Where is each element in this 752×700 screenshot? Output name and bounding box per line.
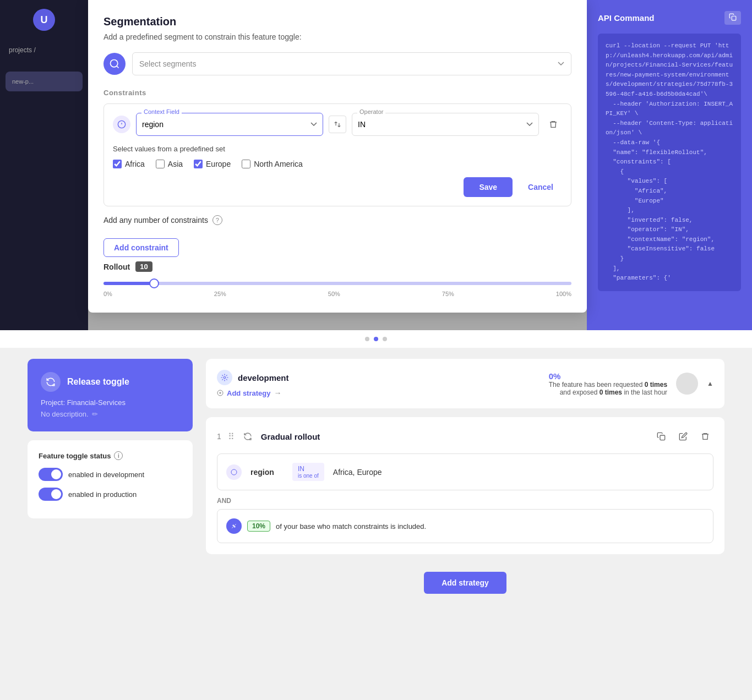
constraint-operator-box: IN is one of bbox=[292, 463, 324, 481]
toggle-card-header: Release toggle bbox=[41, 372, 179, 392]
constraints-label: Constraints bbox=[103, 89, 571, 97]
env-stats-text: The feature has been requested 0 times a… bbox=[549, 381, 667, 396]
constraint-display-icon bbox=[226, 464, 242, 480]
strategy-name: Gradual rollout bbox=[261, 432, 646, 441]
strategy-header: 1 ⠿ Gradual rollout bbox=[217, 428, 713, 445]
api-code: curl --location --request PUT 'http://un… bbox=[598, 34, 741, 291]
checkbox-africa[interactable]: Africa bbox=[113, 160, 145, 168]
invert-button[interactable] bbox=[329, 116, 346, 133]
env-name-row: development bbox=[217, 370, 289, 385]
constraint-fields-row: Context Field region Operator IN bbox=[113, 113, 562, 136]
env-icon bbox=[217, 370, 232, 385]
and-label: AND bbox=[217, 497, 713, 505]
status-development-row: enabled in development bbox=[39, 468, 182, 481]
add-constraint-label: Add any number of constraints bbox=[103, 216, 208, 225]
api-panel: API Command curl --location --request PU… bbox=[587, 0, 752, 330]
page-bottom: Release toggle Project: Financial-Servic… bbox=[0, 348, 752, 614]
checkbox-north-america[interactable]: North America bbox=[242, 160, 303, 168]
app-logo[interactable]: U bbox=[33, 9, 55, 31]
percentage-badge: 10% bbox=[247, 521, 270, 532]
rollout-slider[interactable] bbox=[103, 282, 571, 285]
breadcrumb[interactable]: projects / bbox=[4, 44, 84, 56]
dot-3[interactable] bbox=[383, 337, 387, 341]
dot-2[interactable] bbox=[374, 337, 378, 341]
help-icon[interactable]: ? bbox=[212, 215, 222, 225]
constraint-type-icon bbox=[113, 116, 130, 133]
api-panel-header: API Command bbox=[598, 11, 741, 25]
checkbox-europe[interactable]: Europe bbox=[194, 160, 231, 168]
strategy-card: 1 ⠿ Gradual rollout bbox=[206, 417, 724, 554]
segmentation-modal: Segmentation Add a predefined segment to… bbox=[88, 0, 587, 313]
copy-api-button[interactable] bbox=[724, 11, 741, 25]
delete-constraint-button[interactable] bbox=[544, 116, 562, 133]
status-production-row: enabled in production bbox=[39, 488, 182, 501]
add-strategy-link[interactable]: Add strategy → bbox=[217, 389, 289, 397]
edit-description-icon[interactable]: ✏ bbox=[92, 410, 98, 418]
toggle-project: Project: Financial-Services bbox=[41, 398, 179, 407]
percentage-text: of your base who match constraints is in… bbox=[276, 522, 426, 531]
rollout-slider-container bbox=[103, 277, 571, 287]
left-panel: Release toggle Project: Financial-Servic… bbox=[28, 359, 193, 518]
status-info-icon[interactable]: i bbox=[114, 451, 123, 460]
delete-strategy-button[interactable] bbox=[697, 428, 713, 445]
drag-handle-icon[interactable]: ⠿ bbox=[228, 431, 235, 442]
constraint-values: Africa, Europe bbox=[333, 468, 382, 477]
sidebar: U projects / new-p... bbox=[0, 0, 88, 330]
modal-title: Segmentation bbox=[103, 15, 571, 28]
env-header: development Add strategy → 0% bbox=[217, 370, 713, 397]
rollout-marks: 0% 25% 50% 75% 100% bbox=[103, 291, 571, 297]
strategy-type-icon bbox=[241, 430, 254, 443]
constraint-field-name: region bbox=[250, 468, 284, 477]
segment-selector-row: Select segments bbox=[103, 52, 571, 75]
save-button[interactable]: Save bbox=[464, 177, 513, 197]
release-toggle-icon bbox=[41, 372, 61, 392]
svg-rect-5 bbox=[660, 435, 665, 440]
modal-subtitle: Add a predefined segment to constrain th… bbox=[103, 32, 571, 41]
svg-point-6 bbox=[231, 469, 237, 475]
copy-strategy-button[interactable] bbox=[653, 428, 669, 445]
constraint-editor: Context Field region Operator IN bbox=[103, 103, 571, 206]
toggle-desc: No description. ✏ bbox=[41, 410, 179, 418]
env-rollout-indicator bbox=[676, 373, 698, 395]
development-toggle[interactable] bbox=[39, 468, 63, 481]
cancel-button[interactable]: Cancel bbox=[519, 177, 562, 197]
context-field-wrapper: Context Field region bbox=[136, 113, 323, 136]
api-panel-title: API Command bbox=[598, 13, 655, 23]
status-card-title: Feature toggle status i bbox=[39, 451, 182, 460]
env-percentage: 0% bbox=[549, 371, 667, 381]
env-name: development bbox=[238, 373, 289, 382]
edit-strategy-button[interactable] bbox=[675, 428, 691, 445]
checkbox-group: Africa Asia Europe North America bbox=[113, 160, 562, 168]
add-strategy-bottom: Add strategy bbox=[206, 563, 724, 603]
bottom-content: Release toggle Project: Financial-Servic… bbox=[0, 348, 752, 614]
add-strategy-bottom-button[interactable]: Add strategy bbox=[424, 572, 506, 594]
pagination-dots bbox=[0, 330, 752, 348]
svg-point-3 bbox=[224, 376, 226, 379]
rollout-section: Rollout 10 0% 25% 50% 75% 100% bbox=[103, 261, 571, 297]
segment-icon bbox=[103, 53, 126, 75]
percentage-row: 10% of your base who match constraints i… bbox=[217, 509, 713, 543]
context-field-select[interactable]: region bbox=[136, 113, 323, 136]
svg-point-8 bbox=[234, 526, 236, 528]
values-label: Select values from a predefined set bbox=[113, 145, 562, 153]
operator-wrapper: Operator IN bbox=[352, 113, 539, 136]
add-constraint-button[interactable]: Add constraint bbox=[103, 238, 179, 257]
env-left: development Add strategy → bbox=[217, 370, 289, 397]
strategy-actions bbox=[653, 428, 713, 445]
segment-select[interactable]: Select segments bbox=[132, 52, 571, 75]
production-status-label: enabled in production bbox=[68, 490, 137, 499]
rollout-label: Rollout bbox=[103, 262, 130, 271]
rollout-header: Rollout 10 bbox=[103, 261, 571, 272]
constraint-display: region IN is one of Africa, Europe bbox=[217, 453, 713, 490]
development-status-label: enabled in development bbox=[68, 471, 144, 479]
operator-label: Operator bbox=[357, 108, 385, 115]
svg-rect-2 bbox=[732, 16, 736, 20]
svg-point-0 bbox=[111, 60, 118, 67]
production-toggle[interactable] bbox=[39, 488, 63, 501]
status-card: Feature toggle status i enabled in devel… bbox=[28, 440, 193, 518]
operator-select[interactable]: IN bbox=[352, 113, 539, 136]
collapse-env-icon[interactable]: ▲ bbox=[707, 380, 713, 387]
checkbox-asia[interactable]: Asia bbox=[156, 160, 183, 168]
dot-1[interactable] bbox=[365, 337, 369, 341]
constraint-display-row: region IN is one of Africa, Europe bbox=[226, 463, 704, 481]
